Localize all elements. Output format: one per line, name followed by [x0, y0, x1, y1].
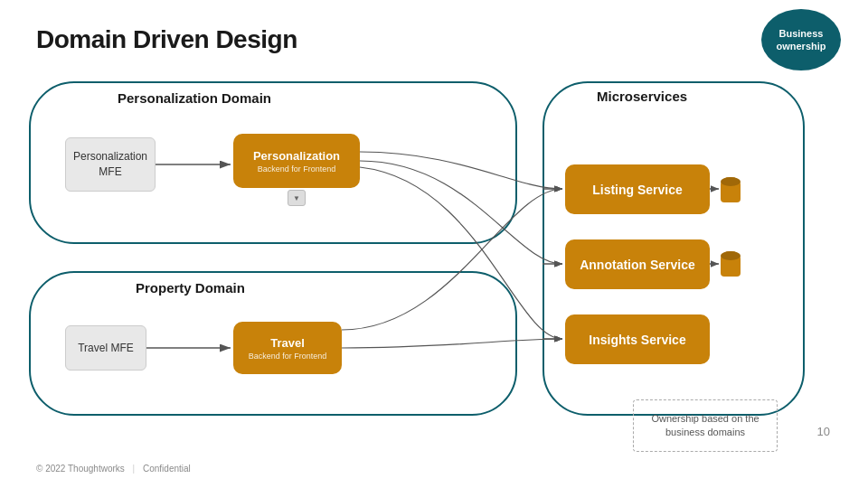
property-domain-label: Property Domain: [136, 280, 245, 296]
footnote-confidential: Confidential: [143, 464, 191, 474]
annotation-service-box: Annotation Service: [565, 239, 710, 289]
travel-bff-title: Travel: [270, 336, 305, 350]
listing-service-label: Listing Service: [592, 183, 683, 197]
travel-bff-box: Travel Backend for Frontend: [233, 322, 342, 374]
legend-text: Ownership based on thebusiness domains: [651, 412, 759, 440]
ownership-badge-text: Businessownership: [776, 27, 826, 53]
microservices-label: Microservices: [597, 89, 687, 104]
travel-mfe-box: Travel MFE: [65, 325, 146, 371]
personalization-bff-subtitle: Backend for Frontend: [258, 164, 336, 174]
page-title: Domain Driven Design: [36, 25, 297, 54]
page-number: 10: [817, 425, 830, 438]
insights-service-label: Insights Service: [589, 333, 685, 347]
personalization-bff-box: Personalization Backend for Frontend: [233, 134, 360, 188]
travel-bff-subtitle: Backend for Frontend: [249, 352, 327, 361]
annotation-db-icon: [721, 251, 741, 277]
insights-service-box: Insights Service: [565, 314, 710, 364]
annotation-service-label: Annotation Service: [580, 258, 695, 272]
listing-db-icon: [721, 177, 741, 202]
personalization-bff-title: Personalization: [253, 149, 340, 163]
ownership-badge: Businessownership: [761, 9, 841, 70]
personalization-domain-label: Personalization Domain: [118, 90, 271, 106]
footnote-copyright: © 2022 Thoughtworks: [36, 464, 125, 474]
footnote-separator: |: [133, 464, 136, 474]
personalization-mfe-box: PersonalizationMFE: [65, 137, 156, 192]
travel-mfe-label: Travel MFE: [78, 341, 134, 356]
legend-box: Ownership based on thebusiness domains: [633, 399, 778, 452]
footnote: © 2022 Thoughtworks | Confidential: [36, 464, 191, 474]
personalization-mfe-label: PersonalizationMFE: [73, 149, 147, 180]
listing-service-box: Listing Service: [565, 164, 710, 214]
dropdown-indicator: ▼: [288, 190, 306, 206]
